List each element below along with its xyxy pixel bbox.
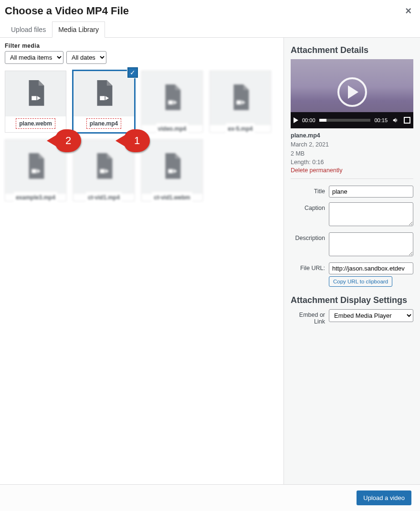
filter-date-select[interactable]: All dates [66, 51, 106, 64]
video-file-icon [210, 71, 271, 125]
tabs: Upload files Media Library [0, 21, 420, 38]
embed-or-link-select[interactable]: Embed Media Player [329, 309, 413, 322]
svg-rect-3 [236, 100, 241, 104]
media-thumb[interactable]: ex-5.mp4 [210, 71, 271, 133]
filter-media-label: Filter media [5, 42, 279, 49]
attachment-date: March 2, 2021 [291, 140, 413, 149]
svg-rect-4 [32, 169, 36, 173]
video-controls: 00:00 00:15 [291, 112, 413, 128]
attachment-size: 2 MB [291, 149, 413, 158]
video-seekbar[interactable] [319, 119, 371, 122]
fullscreen-icon[interactable] [404, 117, 410, 124]
video-file-icon [74, 140, 134, 194]
filter-type-select[interactable]: All media items [5, 51, 63, 64]
modal-footer: Upload a video [0, 484, 420, 511]
description-label: Description [291, 232, 329, 241]
thumb-filename: plane.mp4 [86, 118, 121, 129]
thumb-filename: plane.webm [16, 118, 55, 129]
video-file-icon [74, 71, 134, 116]
copy-url-button[interactable]: Copy URL to clipboard [329, 276, 392, 287]
delete-permanently-link[interactable]: Delete permanently [291, 167, 413, 174]
modal-title: Choose a Video MP4 File [5, 5, 129, 17]
thumb-filename: ex-5.mp4 [226, 123, 254, 135]
video-file-icon [142, 140, 202, 194]
thumb-filename: ct-vid1.mp4 [86, 192, 122, 203]
video-current-time: 00:00 [302, 117, 315, 123]
video-file-icon [5, 71, 66, 116]
media-thumb[interactable]: ct-vid1.mp4 [73, 139, 135, 201]
svg-rect-2 [168, 100, 173, 104]
svg-rect-1 [100, 96, 105, 100]
file-url-input[interactable] [329, 262, 413, 274]
thumb-filename: ct-vid1.webm [152, 192, 192, 203]
description-textarea[interactable] [329, 232, 413, 256]
svg-rect-5 [100, 169, 105, 173]
annotation-callout: 2 [55, 129, 81, 152]
play-icon[interactable] [337, 77, 367, 107]
tab-media-library[interactable]: Media Library [52, 21, 105, 38]
media-thumb[interactable]: video.mp4 [141, 71, 203, 133]
video-file-icon [142, 71, 202, 125]
media-thumb[interactable]: plane.mp4✓ [73, 71, 135, 133]
attachment-length: Length: 0:16 [291, 158, 413, 167]
title-label: Title [291, 186, 329, 195]
close-icon[interactable]: × [405, 6, 411, 16]
media-thumb[interactable]: ct-vid1.webm [141, 139, 203, 201]
svg-rect-0 [32, 96, 36, 100]
file-url-label: File URL: [291, 262, 329, 271]
upload-video-button[interactable]: Upload a video [357, 490, 411, 505]
embed-or-link-label: Embed or Link [291, 309, 329, 325]
caption-label: Caption [291, 202, 329, 211]
caption-textarea[interactable] [329, 202, 413, 226]
tab-upload-files[interactable]: Upload files [5, 21, 52, 38]
annotation-callout: 1 [124, 129, 150, 152]
check-icon[interactable]: ✓ [127, 67, 138, 78]
display-settings-heading: Attachment Display Settings [291, 295, 413, 305]
attachment-details-heading: Attachment Details [291, 45, 413, 55]
volume-icon[interactable] [391, 117, 400, 124]
title-input[interactable] [329, 186, 413, 198]
svg-rect-6 [168, 169, 173, 173]
thumb-filename: example3.mp4 [14, 192, 57, 203]
thumb-filename: video.mp4 [156, 123, 188, 135]
media-thumb[interactable]: plane.webm [5, 71, 66, 133]
attachment-filename: plane.mp4 [291, 132, 320, 139]
divider [291, 178, 413, 179]
video-preview[interactable]: 00:00 00:15 [291, 59, 413, 128]
video-duration: 00:15 [374, 117, 388, 123]
play-small-icon[interactable] [294, 117, 298, 123]
